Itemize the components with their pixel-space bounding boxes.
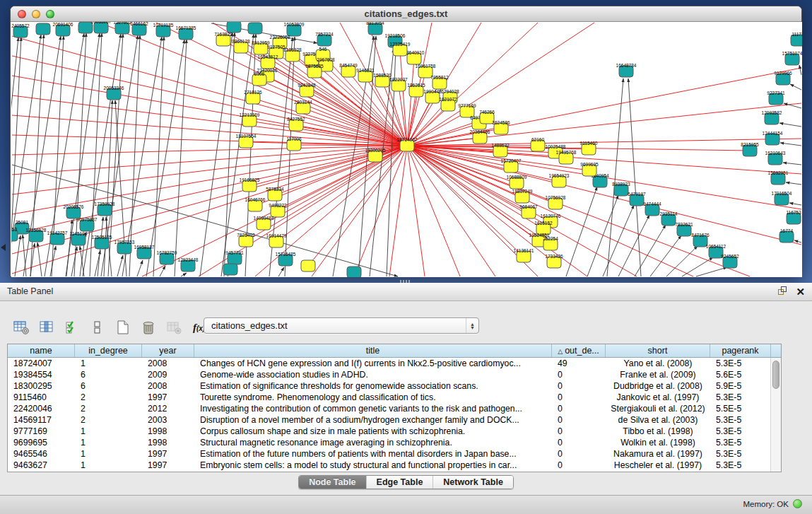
graph-node[interactable]: 8454749 — [339, 63, 358, 77]
cell-title[interactable]: Structural magnetic resonance image aver… — [194, 437, 552, 448]
graph-node[interactable]: 14136141 — [514, 248, 534, 262]
cell-title[interactable]: Disruption of a novel member of a sodium… — [194, 414, 552, 426]
table-selector-dropdown[interactable]: citations_edges.txt ▲▼ — [204, 317, 479, 334]
tab-node-table[interactable]: Node Table — [299, 476, 366, 489]
graph-node[interactable]: 9684067 — [519, 204, 538, 218]
table-row[interactable]: 2242004622012Investigating the contribut… — [8, 403, 781, 414]
cell-pagerank[interactable]: 5.3E-5 — [710, 460, 771, 471]
graph-node[interactable]: 16671385 — [176, 25, 196, 40]
graph-node[interactable]: 117006 — [286, 136, 302, 151]
graph-node[interactable]: 16782759 — [157, 250, 177, 264]
graph-node[interactable]: 8215955 — [741, 142, 759, 156]
graph-node[interactable]: 9242848 — [298, 83, 316, 97]
graph-node[interactable]: 19654923 — [549, 173, 570, 187]
graph-node[interactable]: 9875685 — [305, 64, 324, 78]
graph-node[interactable]: 16543812 — [258, 54, 278, 69]
graph-node[interactable]: 1862615 — [407, 83, 425, 97]
graph-node[interactable]: 12444154 — [763, 131, 783, 145]
delete-icon[interactable] — [139, 318, 158, 337]
cell-name[interactable]: 22420046 — [8, 403, 75, 414]
graph-node[interactable]: 20053346 — [104, 86, 124, 100]
graph-node[interactable]: 7955812 — [430, 75, 449, 89]
cell-name[interactable]: 18300295 — [8, 380, 75, 392]
graph-node[interactable] — [223, 264, 237, 275]
graph-node[interactable]: 7857224 — [315, 32, 334, 46]
graph-node[interactable]: 3624586 — [492, 120, 510, 134]
cell-pagerank[interactable]: 5.3E-5 — [710, 358, 771, 369]
graph-node[interactable]: 17957253 — [114, 240, 135, 254]
cell-in_degree[interactable]: 1 — [75, 358, 142, 369]
cell-year[interactable]: 2008 — [142, 380, 194, 392]
cell-short[interactable]: Yano et al. (2008) — [606, 358, 710, 369]
graph-node[interactable]: 20206576 — [64, 204, 84, 218]
cell-year[interactable]: 2008 — [142, 358, 194, 369]
graph-node[interactable]: 116753 — [786, 210, 801, 224]
cell-name[interactable]: 9699695 — [8, 437, 75, 448]
select-columns-icon[interactable] — [62, 318, 81, 337]
graph-node[interactable]: 18807249 — [512, 189, 533, 203]
graph-node[interactable]: 9498222 — [269, 203, 287, 217]
cell-title[interactable]: Tourette syndrome. Phenomenology and cla… — [194, 392, 552, 403]
table-row[interactable]: 1872400712008Changes of HCN gene express… — [8, 358, 781, 369]
graph-node[interactable]: 6466162 — [130, 22, 148, 35]
cell-out_de[interactable]: 0 — [552, 437, 606, 448]
cell-short[interactable]: Stergiakouli et al. (2012) — [606, 403, 710, 414]
cell-out_de[interactable]: 0 — [552, 392, 606, 403]
cell-year[interactable]: 2009 — [142, 369, 194, 380]
table-settings-icon[interactable] — [11, 318, 30, 337]
cell-year[interactable]: 2012 — [142, 403, 194, 414]
column-header-year[interactable]: year — [142, 344, 194, 357]
cell-title[interactable]: Embryonic stem cells: a model to study s… — [194, 460, 552, 471]
cell-out_de[interactable]: 0 — [552, 403, 606, 414]
graph-node[interactable]: 7832621 — [675, 222, 693, 236]
cell-in_degree[interactable]: 6 — [75, 369, 142, 380]
cell-name[interactable]: 9463627 — [8, 460, 75, 471]
cell-short[interactable]: Jankovic et al. (1997) — [606, 392, 710, 403]
graph-node[interactable]: 8908 — [252, 71, 266, 86]
graph-node[interactable]: 19142757 — [47, 230, 68, 245]
cell-in_degree[interactable]: 1 — [75, 460, 142, 471]
graph-node[interactable]: 19495768 — [556, 150, 577, 164]
cell-pagerank[interactable]: 5.5E-5 — [710, 403, 771, 414]
cell-in_degree[interactable]: 2 — [75, 414, 142, 426]
cell-title[interactable]: Investigating the contribution of common… — [194, 403, 552, 414]
table-row[interactable]: 946554611997Estimation of the future num… — [8, 448, 781, 460]
graph-node[interactable]: 8860128 — [232, 39, 250, 53]
cell-short[interactable]: Hescheler et al. (1997) — [606, 460, 710, 471]
table-row[interactable]: 911546021997Tourette syndrome. Phenomeno… — [8, 392, 781, 403]
cell-short[interactable]: Franke et al. (2009) — [606, 369, 710, 380]
graph-node[interactable]: 9129966 — [774, 71, 792, 85]
cell-year[interactable]: 1997 — [142, 392, 194, 403]
graph-node[interactable]: 17016504 — [772, 191, 792, 205]
graph-node[interactable]: 62160 — [531, 137, 545, 151]
graph-node[interactable]: 2803144 — [294, 100, 312, 114]
graph-node[interactable]: 12213369 — [240, 112, 260, 127]
cell-in_degree[interactable]: 1 — [75, 448, 142, 460]
show-columns-icon[interactable] — [37, 318, 56, 337]
graph-node[interactable]: 15692951 — [768, 170, 789, 185]
graph-node[interactable]: 7163822 — [214, 32, 233, 46]
graph-node[interactable]: 1733426 — [545, 254, 563, 268]
column-header-title[interactable]: title — [194, 344, 552, 357]
graph-node[interactable]: 5878334 — [266, 187, 284, 201]
graph-node[interactable]: 16958187 — [134, 245, 155, 259]
memory-indicator[interactable]: Memory: OK — [743, 499, 802, 508]
table-row[interactable]: 969969511998Structural magnetic resonanc… — [8, 437, 781, 448]
cell-in_degree[interactable]: 2 — [75, 403, 142, 414]
cell-year[interactable]: 1998 — [142, 426, 194, 437]
cell-title[interactable]: Corpus callosum shape and size in male p… — [194, 426, 552, 437]
cell-pagerank[interactable]: 5.3E-5 — [710, 392, 771, 403]
cell-out_de[interactable]: 0 — [552, 460, 606, 471]
graph-node[interactable] — [36, 23, 50, 35]
graph-node[interactable]: 6822037 — [389, 77, 408, 91]
cell-short[interactable]: Tibbo et al. (1998) — [606, 426, 710, 437]
cell-pagerank[interactable]: 5.6E-5 — [710, 369, 771, 380]
graph-node[interactable]: 16914479 — [266, 233, 287, 247]
graph-node[interactable]: 90975887 — [77, 217, 98, 231]
graph-node[interactable]: 1488632 — [491, 143, 510, 157]
graph-node[interactable] — [227, 22, 241, 33]
graph-node[interactable]: 19166825 — [240, 177, 260, 192]
cell-short[interactable]: de Silva et al. (2003) — [606, 414, 710, 426]
cell-title[interactable]: Changes of HCN gene expression and I(f) … — [194, 358, 552, 369]
column-header-pagerank[interactable]: pagerank — [710, 344, 771, 357]
